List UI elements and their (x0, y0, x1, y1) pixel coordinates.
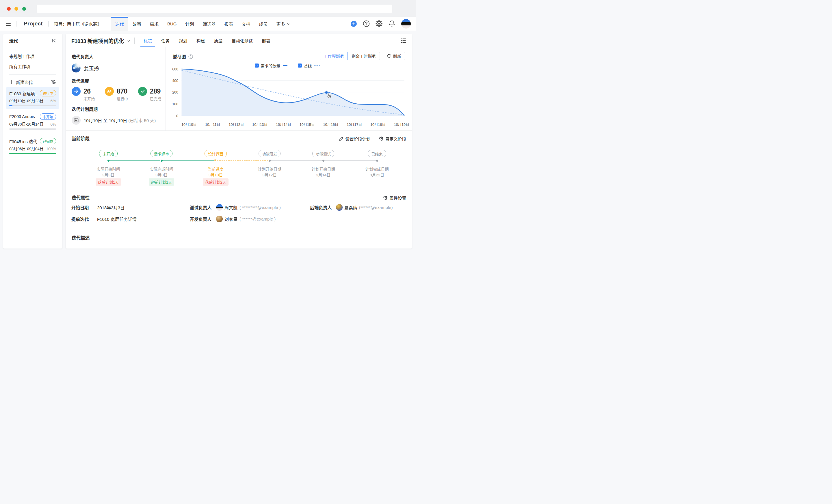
svg-text:400: 400 (172, 79, 178, 83)
svg-text:10月17日: 10月17日 (347, 123, 362, 127)
svg-text:10月18日: 10月18日 (370, 123, 385, 127)
svg-text:0: 0 (176, 114, 178, 118)
svg-text:10月14日: 10月14日 (276, 123, 291, 127)
svg-text:10月11日: 10月11日 (205, 123, 220, 127)
svg-text:10月16日: 10月16日 (323, 123, 338, 127)
svg-text:200: 200 (172, 90, 178, 94)
svg-text:10月19日: 10月19日 (394, 123, 409, 127)
svg-text:10月12日: 10月12日 (229, 123, 244, 127)
svg-text:10月13日: 10月13日 (252, 123, 267, 127)
svg-text:10月10日: 10月10日 (181, 123, 197, 127)
svg-text:100: 100 (172, 102, 178, 106)
svg-text:10月15日: 10月15日 (299, 123, 315, 127)
svg-text:600: 600 (172, 67, 178, 71)
